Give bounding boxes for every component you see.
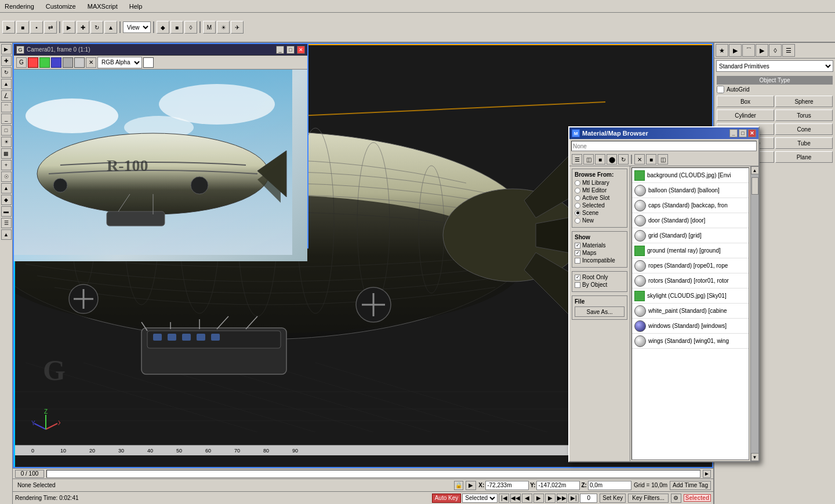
dialog-tool-copy[interactable]: ■: [646, 154, 656, 165]
material-item[interactable]: background (CLOUDS.jpg) [Envi: [632, 168, 749, 183]
frame-input[interactable]: [580, 494, 597, 503]
anim-selected-dropdown[interactable]: Selected: [462, 494, 498, 503]
radio-mtl-library-btn[interactable]: [575, 180, 580, 186]
material-item[interactable]: skylight (CLOUDS.jpg) [Sky01]: [632, 288, 749, 304]
toolbar-move[interactable]: ✚: [77, 21, 89, 34]
material-item[interactable]: caps (Standard) [backcap, fron: [632, 198, 749, 213]
dialog-tool-list[interactable]: ☰: [572, 154, 582, 165]
dialog-tool-delete[interactable]: ✕: [634, 154, 645, 165]
check-by-object-box[interactable]: [575, 282, 580, 288]
menu-maxscript[interactable]: MAXScript: [85, 2, 120, 11]
material-search-input[interactable]: [571, 141, 757, 151]
sphere-btn[interactable]: Sphere: [775, 96, 833, 107]
dialog-close[interactable]: ✕: [748, 129, 756, 137]
sidebar-align-btn[interactable]: ▬: [1, 206, 12, 217]
check-materials-box[interactable]: ✓: [575, 243, 580, 249]
sidebar-unlink-btn[interactable]: ⎴: [1, 102, 12, 112]
sidebar-snap-btn[interactable]: ▲: [1, 183, 12, 193]
tube-btn[interactable]: Tube: [775, 137, 833, 149]
anim-end[interactable]: ▶|: [568, 494, 579, 503]
sidebar-shape-btn[interactable]: □: [1, 125, 12, 136]
toolbar-camera[interactable]: ✈: [231, 21, 244, 34]
camera-viewport-minimize[interactable]: _: [276, 46, 284, 54]
sidebar-move-btn[interactable]: ✚: [1, 56, 12, 66]
timeline-scroll[interactable]: [46, 470, 700, 478]
sidebar-helper-btn[interactable]: +: [1, 160, 12, 170]
anim-start[interactable]: |◀: [499, 494, 509, 503]
right-tab-motion[interactable]: ▶: [756, 44, 768, 57]
toolbar-select[interactable]: ▶: [63, 21, 75, 34]
right-tab-utilities[interactable]: ☰: [782, 44, 795, 57]
y-input[interactable]: [536, 481, 580, 490]
toolbar-btn-3[interactable]: ▪: [30, 21, 43, 34]
selection-filter-btn[interactable]: ▶: [466, 481, 476, 490]
menu-customize[interactable]: Customize: [43, 2, 78, 11]
radio-active-slot-btn[interactable]: [575, 195, 580, 201]
anim-settings[interactable]: ⚙: [671, 494, 681, 503]
sidebar-rotate-btn[interactable]: ↻: [1, 67, 12, 78]
cone-btn[interactable]: Cone: [775, 123, 833, 135]
material-item[interactable]: grid (Standard) [grid]: [632, 228, 749, 243]
toolbar-render3[interactable]: ◊: [184, 21, 197, 34]
check-root-only-box[interactable]: ✓: [575, 275, 580, 280]
material-item[interactable]: ropes (Standard) [rope01, rope: [632, 258, 749, 273]
key-filters-btn[interactable]: Key Filters...: [628, 494, 669, 503]
radio-new-btn[interactable]: [575, 218, 580, 224]
dialog-tool-small-icons[interactable]: ◫: [583, 154, 594, 165]
cylinder-btn[interactable]: Cylinder: [717, 109, 774, 121]
add-time-tag-btn[interactable]: Add Time Tag: [670, 481, 711, 490]
material-item[interactable]: door (Standard) [door]: [632, 213, 749, 228]
radio-selected-btn[interactable]: [575, 203, 580, 209]
sidebar-bind-btn[interactable]: ⎯: [1, 114, 12, 124]
auto-key-btn[interactable]: Auto Key: [432, 494, 462, 503]
toolbar-material[interactable]: M: [203, 21, 216, 34]
camera-viewport-close[interactable]: ✕: [297, 46, 305, 54]
scroll-down-btn[interactable]: ▼: [751, 453, 759, 461]
plane-btn[interactable]: Plane: [775, 151, 833, 163]
toolbar-btn-1[interactable]: ▶: [2, 21, 15, 34]
check-incompatible-box[interactable]: [575, 258, 580, 264]
scroll-thumb[interactable]: [752, 177, 758, 195]
right-tab-create[interactable]: ★: [716, 44, 728, 57]
right-tab-display[interactable]: ◊: [769, 44, 782, 57]
materials-list[interactable]: background (CLOUDS.jpg) [Envi balloon (S…: [631, 167, 749, 460]
material-item[interactable]: rotors (Standard) [rotor01, rotor: [632, 273, 749, 288]
z-input[interactable]: [588, 481, 631, 490]
scroll-up-btn[interactable]: ▲: [751, 166, 759, 174]
toolbar-scale[interactable]: ▲: [104, 21, 117, 34]
toolbar-btn-4[interactable]: ⇄: [44, 21, 57, 34]
anim-play[interactable]: ▶: [533, 494, 544, 503]
dialog-tool-sphere[interactable]: ⬤: [607, 154, 617, 165]
torus-btn[interactable]: Torus: [775, 109, 833, 121]
sidebar-layer-btn[interactable]: ☰: [1, 218, 12, 228]
cam-toolbar-x[interactable]: ✕: [86, 57, 96, 68]
sidebar-scale-btn[interactable]: ▲: [1, 79, 12, 89]
set-key-btn[interactable]: Set Key: [600, 494, 626, 503]
camera-viewport-maximize[interactable]: □: [286, 46, 295, 54]
autogrid-checkbox[interactable]: [717, 86, 724, 93]
anim-prev[interactable]: ◀◀: [510, 494, 521, 503]
toolbar-render[interactable]: ◆: [157, 21, 169, 34]
timeline-scroll-right[interactable]: ►: [703, 470, 711, 478]
cam-toolbar-gray1[interactable]: [63, 57, 73, 68]
dialog-maximize[interactable]: □: [739, 129, 747, 137]
material-item[interactable]: wings (Standard) [wing01, wing: [632, 334, 749, 349]
right-tab-hierarchy[interactable]: ⎴: [742, 44, 755, 57]
sidebar-select-btn[interactable]: ▶: [1, 44, 12, 54]
cam-toolbar-red[interactable]: [28, 57, 38, 68]
check-maps-box[interactable]: ✓: [575, 250, 580, 256]
right-tab-modify[interactable]: ▶: [729, 44, 742, 57]
toolbar-rotate[interactable]: ↻: [90, 21, 103, 34]
dialog-tool-large-icons[interactable]: ■: [595, 154, 605, 165]
toolbar-light[interactable]: ☀: [217, 21, 230, 34]
anim-next[interactable]: ▶▶: [557, 494, 567, 503]
material-item[interactable]: white_paint (Standard) [cabine: [632, 304, 749, 319]
dialog-tool-paste[interactable]: ◫: [658, 154, 668, 165]
toolbar-btn-2[interactable]: ■: [16, 21, 29, 34]
sidebar-mirror-btn[interactable]: ◆: [1, 195, 12, 205]
cam-channel-select[interactable]: RGB Alpha: [97, 57, 142, 68]
radio-scene-btn[interactable]: [575, 210, 580, 216]
primitives-dropdown[interactable]: Standard Primitives: [716, 60, 833, 72]
toolbar-viewport-dropdown[interactable]: View: [123, 21, 151, 33]
cam-toolbar-green[interactable]: [39, 57, 50, 68]
